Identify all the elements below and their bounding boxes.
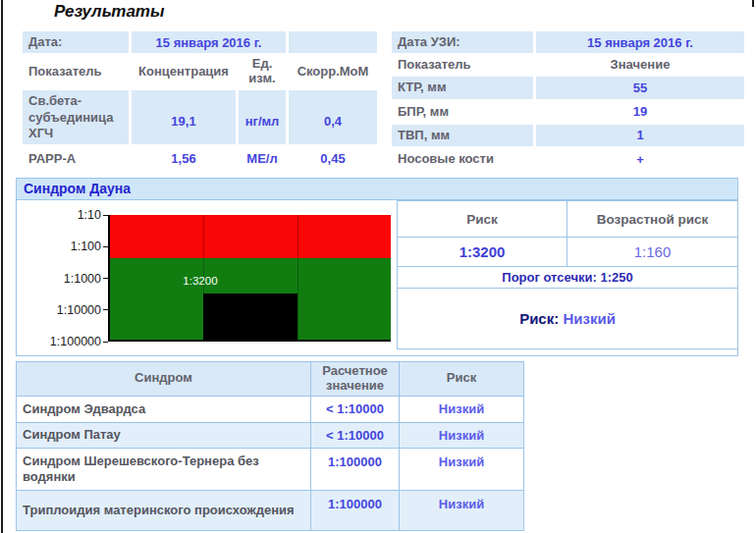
risk-value-row: 1:3200 1:160 <box>398 238 738 267</box>
risk-chart: 1:10 1:100 1:1000 1:10000 1:100000 1:320… <box>17 200 409 355</box>
risk-summary-table: Риск Возрастной риск 1:3200 1:160 Порог … <box>397 200 738 349</box>
us-param-name: КТР, мм <box>392 77 533 98</box>
syndrome-value: 1:100000 <box>311 448 400 490</box>
biochem-table: Дата: 15 января 2016 г. Показатель Конце… <box>20 29 380 173</box>
analyte-unit: МЕ/л <box>239 146 286 171</box>
risk-header: Риск <box>398 201 567 238</box>
y-tick: 1:100000 <box>50 335 108 348</box>
y-tick-label: 1:100000 <box>50 335 101 348</box>
table-row: Носовые кости + <box>392 148 744 170</box>
section-title: Синдром Дауна <box>17 179 737 200</box>
syndrome-risk: Низкий <box>400 490 524 530</box>
syndrome-value: 1:100000 <box>311 490 400 530</box>
us-param-value: 19 <box>536 101 744 123</box>
us-header-row: Показатель Значение <box>392 55 744 75</box>
age-risk-value: 1:160 <box>567 238 738 267</box>
window-frame-top-right-edge <box>752 0 754 7</box>
col-header-mom: Скорр.МоМ <box>289 55 377 88</box>
col-header-syndrome: Синдром <box>17 362 311 397</box>
us-date-label: Дата УЗИ: <box>392 31 533 53</box>
syndrome-name: Синдром Патау <box>17 422 311 448</box>
analyte-concentration: 19,1 <box>132 90 236 144</box>
chart-y-axis: 1:10 1:100 1:1000 1:10000 1:100000 <box>17 215 108 342</box>
results-page: Результаты Дата: 15 января 2016 г. Показ… <box>0 0 756 533</box>
chart-patient-bar <box>203 293 297 340</box>
table-row: БПР, мм 19 <box>392 101 744 123</box>
col-header-indicator: Показатель <box>392 55 533 75</box>
age-risk-header: Возрастной риск <box>567 201 738 238</box>
syndromes-header-row: Синдром Расчетное значение Риск <box>17 362 524 397</box>
page-title: Результаты <box>54 2 165 22</box>
y-tick: 1:10000 <box>57 303 108 317</box>
syndrome-value: < 1:10000 <box>311 396 400 422</box>
syndrome-name: Триплоидия материнского происхождения <box>17 490 311 530</box>
y-tick-label: 1:10 <box>78 208 101 222</box>
analyte-name: PAPP-A <box>23 146 129 171</box>
syndrome-name: Синдром Эдвардса <box>17 396 311 422</box>
y-tick: 1:100 <box>71 240 108 253</box>
analyte-unit: нг/мл <box>239 90 286 144</box>
syndrome-risk: Низкий <box>400 448 524 490</box>
risk-value: 1:3200 <box>398 238 567 267</box>
syndrome-risk: Низкий <box>400 422 524 448</box>
table-row: Синдром Патау < 1:10000 Низкий <box>17 422 524 448</box>
table-row: КТР, мм 55 <box>392 77 744 98</box>
us-param-value: 1 <box>536 125 744 146</box>
table-row: Св.бета-субъединица ХГЧ 19,1 нг/мл 0,4 <box>23 90 377 144</box>
risk-level-cell: Риск: Низкий <box>398 289 738 349</box>
y-tick-label: 1:100 <box>71 240 101 253</box>
cutoff-row: Порог отсечки: 1:250 <box>398 267 738 289</box>
biochem-date-row: Дата: 15 января 2016 г. <box>23 31 377 53</box>
y-tick-label: 1:1000 <box>64 272 101 286</box>
chart-gridline <box>297 215 298 340</box>
analyte-concentration: 1,56 <box>132 146 236 171</box>
us-param-value: + <box>536 148 744 170</box>
risk-header-row: Риск Возрастной риск <box>398 201 738 238</box>
syndrome-risk: Низкий <box>400 396 524 422</box>
us-param-name: БПР, мм <box>392 101 533 123</box>
y-tick-label: 1:10000 <box>57 303 101 317</box>
risk-level-row: Риск: Низкий <box>398 289 738 349</box>
col-header-risk: Риск <box>400 362 524 397</box>
col-header-concentration: Концентрация <box>132 55 236 88</box>
y-tick: 1:10 <box>78 208 108 222</box>
y-tick: 1:1000 <box>64 272 108 286</box>
window-frame-left-edge <box>1 0 3 533</box>
biochem-date-label: Дата: <box>23 31 129 53</box>
ultrasound-table: Дата УЗИ: 15 января 2016 г. Показатель З… <box>389 29 747 172</box>
chart-plot-area: 1:3200 <box>108 215 391 342</box>
table-row: Триплоидия материнского происхождения 1:… <box>17 490 524 530</box>
us-date-value: 15 января 2016 г. <box>536 31 744 53</box>
analyte-mom: 0,4 <box>289 90 377 144</box>
syndrome-value: < 1:10000 <box>311 422 400 448</box>
down-syndrome-section: Синдром Дауна 1:10 1:100 1:1000 1:10000 … <box>16 178 738 356</box>
biochem-date-value: 15 января 2016 г. <box>132 31 286 53</box>
analyte-name: Св.бета-субъединица ХГЧ <box>23 90 129 144</box>
table-row: Синдром Эдвардса < 1:10000 Низкий <box>17 396 524 422</box>
risk-word: Риск: <box>519 310 559 327</box>
chart-bar-label: 1:3200 <box>183 275 217 287</box>
col-header-indicator: Показатель <box>23 55 129 88</box>
biochem-header-row: Показатель Концентрация Ед. изм. Скорр.М… <box>23 55 377 88</box>
us-date-row: Дата УЗИ: 15 января 2016 г. <box>392 31 744 53</box>
syndromes-table: Синдром Расчетное значение Риск Синдром … <box>16 361 524 531</box>
col-header-unit: Ед. изм. <box>239 55 286 88</box>
col-header-calc-value: Расчетное значение <box>311 362 400 397</box>
us-param-name: ТВП, мм <box>392 125 533 146</box>
table-row: Синдром Шерешевского-Тернера без водянки… <box>17 448 524 490</box>
cutoff-text: Порог отсечки: 1:250 <box>398 267 738 289</box>
risk-level-value: Низкий <box>563 310 615 327</box>
us-param-name: Носовые кости <box>392 148 533 170</box>
biochem-date-spacer <box>289 31 377 53</box>
analyte-mom: 0,45 <box>289 146 377 171</box>
chart-zone-high-risk <box>110 215 391 258</box>
table-row: ТВП, мм 1 <box>392 125 744 146</box>
table-row: PAPP-A 1,56 МЕ/л 0,45 <box>23 146 377 171</box>
us-param-value: 55 <box>536 77 744 98</box>
col-header-value: Значение <box>536 55 744 75</box>
syndrome-name: Синдром Шерешевского-Тернера без водянки <box>17 448 311 490</box>
